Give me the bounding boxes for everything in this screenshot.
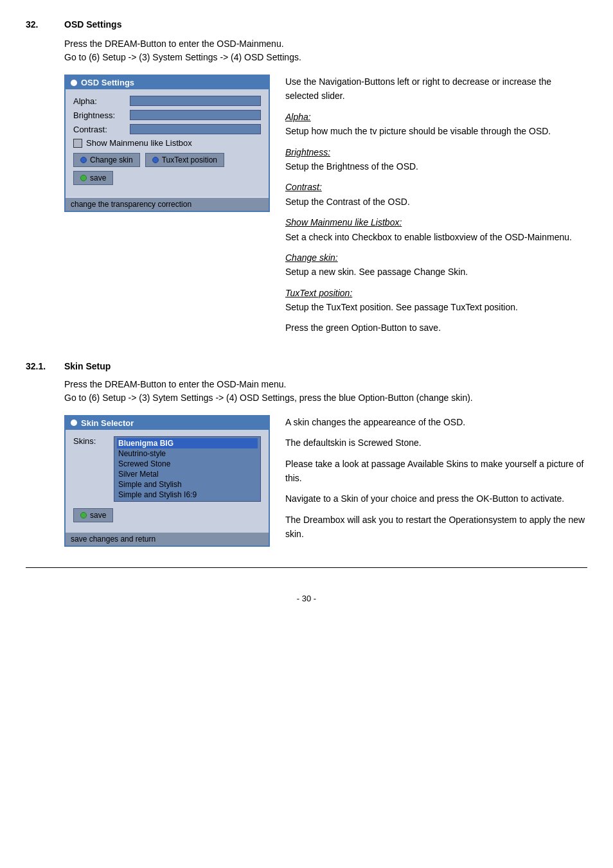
alpha-label: Alpha: [73,96,125,106]
skin-line5: The Dreambox will ask you to restart the… [285,513,587,542]
brightness-description: Brightness: Setup the Brightness of the … [285,145,587,174]
skin-list-item[interactable]: Silver Metal [117,469,258,479]
section-32-header: 32. OSD Settings [26,19,587,30]
section-32-intro-line2: Go to (6) Setup -> (3) System Settings -… [64,51,587,64]
contrast-label: Contrast: [73,125,125,134]
skin-selector-panel: Skin Selector Skins: Bluenigma BIGNeutri… [64,415,270,548]
osd-title-icon [71,80,77,86]
alpha-term: Alpha: [285,112,311,122]
skin-box-title-text: Skin Selector [81,418,134,428]
mainmenu-desc-text: Set a check into Checkbox to enable list… [285,232,572,242]
alpha-desc-text: Setup how much the tv picture should be … [285,126,551,136]
contrast-slider-row: Contrast: [73,124,261,134]
brightness-slider-row: Brightness: [73,110,261,120]
section-321-intro-line1: Press the DREAM-Button to enter the OSD-… [64,378,587,391]
tuxtext-description: TuxText position: Setup the TuxText posi… [285,286,587,315]
skin-list-item[interactable]: Simple and Stylish I6:9 [117,490,258,500]
contrast-slider[interactable] [130,124,261,134]
section-32-intro: Press the DREAM-Button to enter the OSD-… [64,37,587,64]
changeskin-desc-text: Setup a new skin. See passage Change Ski… [285,267,468,277]
tuxtext-label: TuxText position [162,155,217,164]
tuxtext-term: TuxText position: [285,288,352,298]
mainmenu-term: Show Mainmenu like Listbox: [285,217,402,227]
changeskin-description: Change skin: Setup a new skin. See passa… [285,251,587,279]
osd-box-title-bar: OSD Settings [66,76,269,89]
skin-list-item[interactable]: Screwed Stone [117,459,258,469]
skin-tuxtext-button-row: Change skin TuxText position [73,153,261,167]
skin-line1: A skin changes the appeareance of the OS… [285,415,587,429]
section-32-number: 32. [26,19,64,30]
skin-list-item[interactable]: Bluenigma BIG [117,438,258,448]
section-321-intro: Press the DREAM-Button to enter the OSD-… [64,378,587,405]
skin-list-item[interactable]: Neutrino-style [117,448,258,459]
tuxtext-dot [152,157,159,163]
osd-box-title-text: OSD Settings [81,78,134,87]
osd-status-bar: change the transparency correction [66,198,269,211]
brightness-term: Brightness: [285,147,330,157]
tuxtext-desc-text: Setup the TuxText position. See passage … [285,302,518,312]
osd-box-body: Alpha: Brightness: Contrast: Show Mainme… [66,89,269,197]
osd-box: OSD Settings Alpha: Brightness: Contrast… [64,75,270,212]
skins-label: Skins: [73,436,109,502]
osd-nav-intro: Use the Navigation-Buttons left or right… [285,75,587,103]
skin-save-row: save [73,508,261,522]
skin-save-dot [80,512,87,518]
skin-line3: Please take a look at passage Available … [285,457,587,486]
brightness-label: Brightness: [73,111,125,120]
section-321-number: 32.1. [26,361,64,371]
page-number: - 30 - [297,594,316,603]
contrast-description: Contrast: Setup the Contrast of the OSD. [285,180,587,209]
tuxtext-position-button[interactable]: TuxText position [145,153,224,167]
skin-box-body: Skins: Bluenigma BIGNeutrino-styleScrewe… [66,430,269,533]
osd-description: Use the Navigation-Buttons left or right… [285,75,587,342]
section-32-intro-line1: Press the DREAM-Button to enter the OSD-… [64,37,587,51]
section-321-header: 32.1. Skin Setup [26,361,587,371]
save-note: Press the green Option-Button to save. [285,321,587,335]
page-footer: - 30 - [26,594,587,603]
contrast-desc-text: Setup the Contrast of the OSD. [285,197,410,207]
alpha-slider-row: Alpha: [73,96,261,106]
skin-title-icon [71,420,77,426]
skin-description: A skin changes the appeareance of the OS… [285,415,587,548]
contrast-term: Contrast: [285,182,322,192]
mainmenu-description: Show Mainmenu like Listbox: Set a check … [285,215,587,244]
skin-line4: Navigate to a Skin of your choice and pr… [285,492,587,506]
skins-list-row: Skins: Bluenigma BIGNeutrino-styleScrewe… [73,436,261,502]
skin-save-label: save [90,511,106,520]
skin-save-button[interactable]: save [73,508,113,522]
section-321-intro-line2: Go to (6) Setup -> (3) Sytem Settings ->… [64,391,587,405]
skin-box: Skin Selector Skins: Bluenigma BIGNeutri… [64,415,270,547]
mainmenu-checkbox[interactable] [73,139,82,148]
change-skin-button[interactable]: Change skin [73,153,140,167]
skin-line2: The defaultskin is Screwed Stone. [285,436,587,450]
mainmenu-checkbox-label: Show Mainmenu like Listbox [86,138,192,148]
osd-settings-panel: OSD Settings Alpha: Brightness: Contrast… [64,75,270,342]
footer-divider [26,567,587,568]
brightness-slider[interactable] [130,110,261,120]
skin-list-item[interactable]: Simple and Stylish [117,479,258,490]
skin-status-bar: save changes and return [66,533,269,545]
alpha-description: Alpha: Setup how much the tv picture sho… [285,110,587,139]
brightness-desc-text: Setup the Brightness of the OSD. [285,161,418,172]
alpha-slider[interactable] [130,96,261,106]
mainmenu-checkbox-row[interactable]: Show Mainmenu like Listbox [73,138,261,148]
section-32-content: OSD Settings Alpha: Brightness: Contrast… [64,75,587,342]
skin-box-title-bar: Skin Selector [66,416,269,430]
save-label: save [90,173,106,182]
section-32-title: OSD Settings [64,19,121,30]
section-321-content: Skin Selector Skins: Bluenigma BIGNeutri… [64,415,587,548]
save-button-row: save [73,171,261,185]
change-skin-label: Change skin [90,155,133,164]
save-dot [80,175,87,181]
section-321-title: Skin Setup [64,361,111,371]
changeskin-term: Change skin: [285,252,338,263]
skins-list[interactable]: Bluenigma BIGNeutrino-styleScrewed Stone… [114,436,261,502]
osd-save-button[interactable]: save [73,171,113,185]
change-skin-dot [80,157,87,163]
